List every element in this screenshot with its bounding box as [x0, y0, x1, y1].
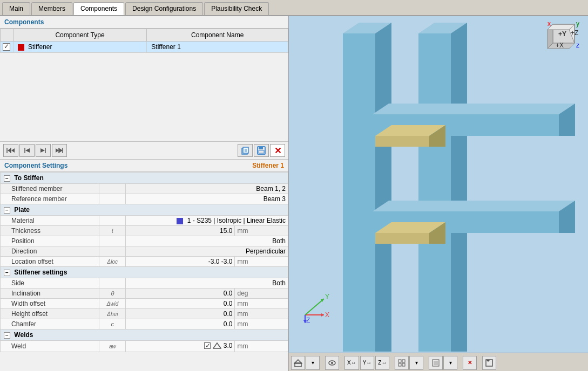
weld-checkbox-icon [204, 342, 211, 349]
move-left-left-btn[interactable] [3, 144, 18, 157]
expand-btn[interactable]: − [4, 175, 10, 182]
home-view-btn[interactable] [291, 356, 305, 370]
prop-symbol: Δhei [99, 309, 126, 319]
view-options-btn[interactable] [325, 356, 339, 370]
x-view-btn[interactable]: X↔ [344, 356, 359, 370]
prop-value[interactable]: 0.0 [126, 319, 235, 329]
prop-value[interactable]: 1 - S235 | Isotropic | Linear Elastic [126, 216, 288, 226]
delete-btn[interactable]: ✕ [270, 144, 285, 157]
row-checkbox[interactable] [1, 42, 13, 53]
prop-symbol: aw [99, 341, 126, 352]
prop-symbol: Δloc [99, 257, 126, 267]
prop-value[interactable]: Both [126, 278, 288, 288]
prop-value[interactable]: 3.0 [126, 341, 235, 352]
col-header-type: Component Type [13, 29, 147, 42]
move-right-btn[interactable] [36, 144, 51, 157]
prop-label: Height offset [1, 309, 99, 319]
cube-navigation[interactable]: +Y +X +Z x y z [545, 22, 583, 59]
expand-viewport-btn[interactable] [482, 356, 496, 370]
prop-height-offset: Height offset Δhei 0.0 mm [1, 309, 288, 319]
z-view-btn[interactable]: Z↔ [375, 356, 389, 370]
prop-value[interactable]: 15.0 [126, 226, 235, 236]
expand-btn[interactable]: − [4, 207, 10, 214]
save-btn[interactable] [254, 144, 269, 157]
col-header-name: Component Name [147, 29, 288, 42]
render-dropdown-btn[interactable]: ▾ [443, 356, 457, 370]
prop-chamfer: Chamfer c 0.0 mm [1, 319, 288, 329]
svg-marker-44 [375, 233, 429, 244]
group-to-stiffen[interactable]: − To Stiffen [1, 173, 288, 184]
prop-symbol: θ [99, 288, 126, 299]
col-header-check [1, 29, 13, 42]
move-right-right-btn[interactable] [52, 144, 67, 157]
prop-value[interactable]: Both [126, 236, 288, 246]
group-label: Plate [14, 206, 30, 214]
components-title: Components [4, 18, 44, 26]
move-left-btn[interactable] [19, 144, 35, 157]
checkbox-checked-icon [3, 43, 10, 51]
viewport[interactable]: X Y Z [289, 16, 588, 353]
prop-value[interactable]: -3.0 -3.0 [126, 257, 235, 267]
move-last-icon [55, 147, 64, 154]
group-plate[interactable]: − Plate [1, 204, 288, 216]
svg-marker-36 [373, 104, 575, 114]
prop-label: Position [1, 236, 99, 246]
prop-label: Inclination [1, 288, 99, 299]
table-row[interactable]: Stiffener Stiffener 1 [1, 42, 288, 53]
svg-rect-76 [402, 363, 405, 366]
prop-label: Width offset [1, 299, 99, 309]
prop-symbol: t [99, 226, 126, 236]
group-label: Welds [14, 331, 33, 339]
row-name: Stiffener 1 [147, 42, 288, 53]
render-icon [432, 359, 440, 367]
multi-view-group: ▾ [395, 356, 423, 370]
expand-btn[interactable]: − [4, 332, 10, 339]
prop-label: Side [1, 278, 99, 288]
group-welds[interactable]: − Welds [1, 329, 288, 341]
group-stiffener-settings[interactable]: − Stiffener settings [1, 267, 288, 278]
tab-design-configurations[interactable]: Design Configurations [125, 2, 203, 15]
group-header: − Welds [1, 329, 288, 341]
viewport-toolbar: ▾ X↔ Y↔ Z↔ [289, 353, 588, 371]
prop-value[interactable]: Perpendicular [126, 246, 288, 257]
multi-view-btn[interactable] [395, 356, 409, 370]
copy-btn[interactable] [238, 144, 253, 157]
prop-value[interactable]: Beam 1, 2 [126, 184, 288, 194]
prop-value[interactable]: Beam 3 [126, 194, 288, 204]
row-type: Stiffener [13, 42, 147, 53]
prop-weld: Weld aw 3.0 mm [1, 341, 288, 352]
multi-view-dropdown-btn[interactable]: ▾ [409, 356, 423, 370]
prop-symbol [99, 184, 126, 194]
prop-symbol [99, 216, 126, 226]
prop-symbol [99, 194, 126, 204]
right-panel: X Y Z [289, 16, 588, 371]
prop-unit: mm [235, 257, 288, 267]
row-type-label: Stiffener [28, 43, 52, 51]
prop-symbol: Δwid [99, 299, 126, 309]
close-viewport-btn[interactable]: ✕ [463, 356, 477, 370]
tab-main[interactable]: Main [2, 2, 30, 15]
prop-symbol [99, 278, 126, 288]
prop-unit: mm [235, 319, 288, 329]
group-header: − Plate [1, 204, 288, 216]
tab-plausibility-check[interactable]: Plausibility Check [204, 2, 269, 15]
svg-point-72 [331, 362, 333, 364]
prop-value[interactable]: 0.0 [126, 288, 235, 299]
svg-text:z: z [576, 42, 579, 49]
material-value: 1 - S235 | Isotropic | Linear Elastic [187, 217, 286, 224]
components-toolbar: ✕ [0, 142, 288, 160]
move-up-icon [23, 147, 31, 154]
home-btn-group: ▾ [291, 356, 320, 370]
prop-value[interactable]: 0.0 [126, 309, 235, 319]
view-dropdown-btn[interactable]: ▾ [306, 356, 320, 370]
prop-value[interactable]: 0.0 [126, 299, 235, 309]
tab-components[interactable]: Components [73, 2, 124, 15]
y-view-btn[interactable]: Y↔ [360, 356, 375, 370]
expand-btn[interactable]: − [4, 270, 10, 276]
tab-members[interactable]: Members [31, 2, 72, 15]
cube-nav-svg: +Y +X +Z x y z [545, 22, 583, 59]
settings-header: Component Settings Stiffener 1 [0, 160, 288, 172]
render-btn[interactable] [429, 356, 443, 370]
expand-icon [485, 359, 493, 367]
prop-symbol [99, 246, 126, 257]
